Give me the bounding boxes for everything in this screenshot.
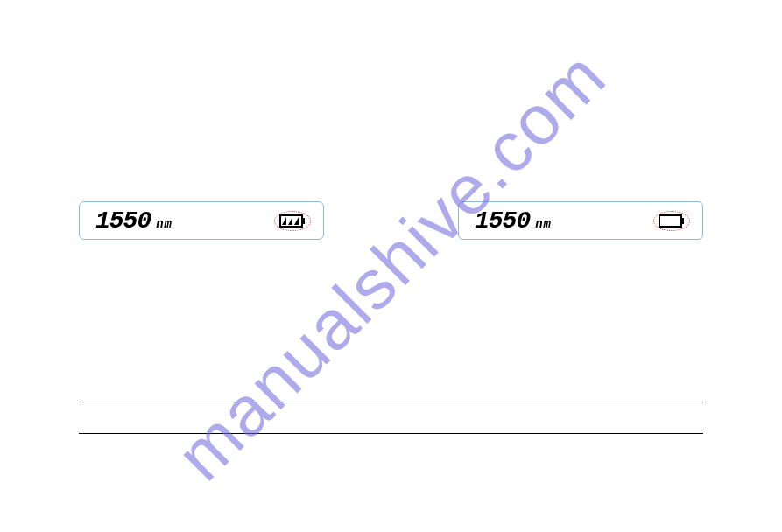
lcd-display-empty-battery: 1550 nm bbox=[458, 201, 703, 240]
svg-rect-6 bbox=[681, 218, 684, 224]
battery-highlight-circle bbox=[653, 211, 690, 231]
lcd-unit: nm bbox=[535, 217, 552, 231]
section-divider bbox=[79, 402, 703, 402]
svg-rect-5 bbox=[659, 215, 681, 227]
display-row: 1550 nm 1550 nm bbox=[79, 201, 703, 240]
lcd-reading: 1550 nm bbox=[475, 207, 552, 234]
page-content: 1550 nm 1550 nm bbox=[0, 0, 782, 469]
section-divider bbox=[79, 433, 703, 434]
svg-marker-3 bbox=[288, 217, 292, 225]
svg-rect-1 bbox=[302, 218, 305, 224]
lcd-number: 1550 bbox=[475, 207, 530, 234]
svg-marker-4 bbox=[294, 217, 299, 225]
battery-full-icon bbox=[279, 214, 306, 228]
svg-marker-2 bbox=[282, 217, 286, 225]
lcd-unit: nm bbox=[156, 217, 173, 231]
lcd-reading: 1550 nm bbox=[95, 207, 173, 234]
lcd-number: 1550 bbox=[95, 207, 151, 234]
battery-highlight-circle bbox=[274, 211, 311, 231]
lcd-display-full-battery: 1550 nm bbox=[79, 201, 324, 240]
battery-empty-icon bbox=[659, 214, 685, 228]
